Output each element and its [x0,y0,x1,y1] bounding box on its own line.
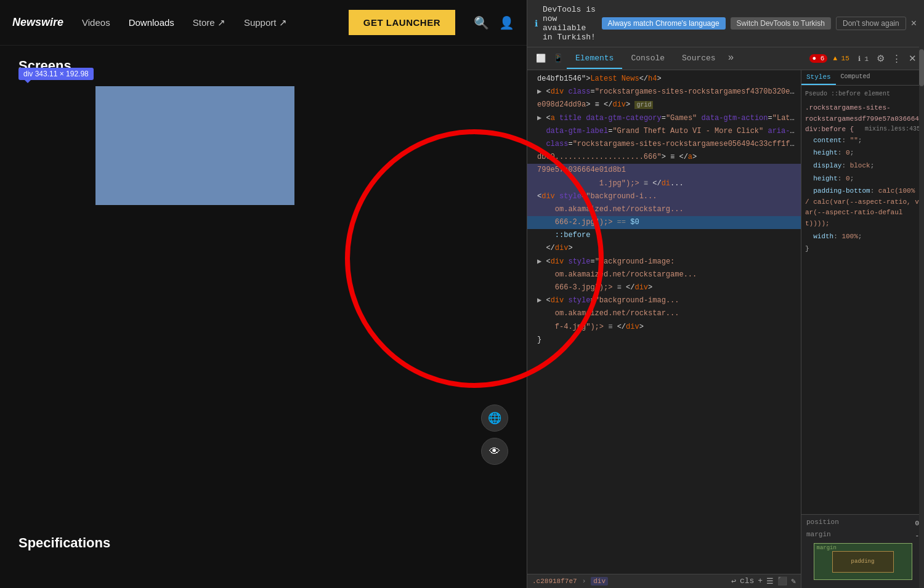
div-size-tooltip: div 343.11 × 192.98 [18,68,94,80]
code-line-selected: 666-2.jpg");> == $0 [527,216,801,229]
devtools-breadcrumb-bar: .c28918f7e7 › div ↩ cls + ☰ ⬛ ✎ [527,574,801,588]
code-line-highlighted: 1.jpg");> ≡ </di... [527,177,801,190]
nav-icons: 🔍 👤 [474,15,514,30]
styles-tab-bar: Styles Computed [801,70,924,86]
info-icon: ℹ [535,18,538,29]
specifications-section-title: Specifications [18,535,110,551]
devtools-badge-group: ● 6 ▲ 15 ℹ 1 ⚙ ⋮ ✕ [809,50,919,66]
code-line: } [527,334,801,347]
devtools-main-area: de4bfb1546">Latest News</h4> ▶ <div clas… [527,70,924,588]
styles-content: Pseudo ::before element .rockstargames-s… [801,86,924,514]
code-line-highlighted: om.akamaized.net/rockstarg... [527,203,801,216]
nav-link-store[interactable]: Store ↗ [193,17,225,28]
code-line: ▶ <a title data-gtm-category="Games" dat… [527,112,801,125]
code-line: data-gtm-label="Grand Theft Auto VI - Mo… [527,125,801,138]
css-selector: .rockstargames-sites-rockstargamesdf799e… [805,103,920,135]
devtools-settings-icon[interactable]: ⚙ [874,50,887,66]
match-language-button[interactable]: Always match Chrome's language [602,17,726,30]
get-launcher-button[interactable]: GET LAUNCHER [349,10,455,35]
scrollbar-thumb[interactable] [919,70,924,86]
edit-icon[interactable]: ✎ [791,576,796,586]
website-area: Newswire Videos Downloads Store ↗ Suppor… [0,0,527,588]
nav-link-downloads[interactable]: Downloads [129,17,174,28]
elements-panel: de4bfb1546">Latest News</h4> ▶ <div clas… [527,70,801,588]
devtools-close-icon[interactable]: ✕ [906,50,919,66]
position-value: 0 [915,520,919,527]
code-line: </div> [527,242,801,255]
code-line: ▶ <div style="background-imag... [527,294,801,307]
css-rule: width: 100%; [805,232,920,243]
code-line: de4bfb1546">Latest News</h4> [527,73,801,86]
box-model-section: position 0 margin - margin padding [801,514,924,588]
code-line: f-4.jpg");> ≡ </div> [527,321,801,334]
box-model-inner: padding [832,551,894,573]
code-line: 666-3.jpg");> ≡ </div> [527,281,801,294]
code-line: om.akamaized.net/rockstargame... [527,268,801,281]
margin-value: - [915,532,919,539]
margin-label: margin [806,531,831,538]
breadcrumb-item-active[interactable]: div [591,577,608,586]
nav-logo: Newswire [12,16,63,29]
dismiss-notification-button[interactable]: Don't show again [836,17,906,30]
css-rule: display: block; [805,161,920,172]
filter-icon[interactable]: ☰ [766,576,774,586]
code-line-highlighted: 799e57a036664e01d8b1 [527,164,801,177]
floating-buttons: 🌐 👁 [481,405,508,465]
devtools-overflow-icon[interactable]: ⋮ [890,50,904,66]
search-icon[interactable]: 🔍 [474,15,489,30]
pseudo-label: Pseudo ::before element [805,89,920,99]
translate-button[interactable]: 🌐 [481,405,508,432]
tab-elements[interactable]: Elements [567,49,622,69]
warning-badge[interactable]: ▲ 15 [830,54,852,63]
devtools-notification-bar: ℹ DevTools is now available in Turkish! … [527,0,924,47]
elements-code-view[interactable]: de4bfb1546">Latest News</h4> ▶ <div clas… [527,70,801,574]
code-line: om.akamaized.net/rockstar... [527,307,801,320]
notification-text: DevTools is now available in Turkish! [543,5,597,42]
more-options-icon[interactable]: ⬛ [777,576,787,586]
position-label: position [806,518,839,526]
code-line-highlighted: <div style="background-i... [527,190,801,203]
switch-turkish-button[interactable]: Switch DevTools to Turkish [731,17,831,30]
add-style-icon[interactable]: + [758,576,763,586]
code-line: ▶ <div style="background-image: [527,256,801,268]
styles-panel: Styles Computed Pseudo ::before element … [801,70,924,588]
devtools-panel: ℹ DevTools is now available in Turkish! … [527,0,924,588]
code-line: ::before [527,229,801,242]
screenshot-image [95,86,294,205]
css-rule: height: 0; [805,174,920,185]
css-rule: content: ""; [805,135,920,147]
code-line: db60....................666"> ≡ </a> [527,151,801,164]
tab-more[interactable]: » [724,47,738,70]
error-badge[interactable]: ● 6 [809,54,828,63]
css-rule: height: 0; [805,148,920,159]
page-content: Screens div 343.11 × 192.98 [0,46,527,220]
hover-state-icon[interactable]: ↩ [731,576,736,586]
tab-styles[interactable]: Styles [801,70,836,85]
css-rule: padding-bottom: calc(100% / calc(var(--a… [805,186,920,229]
accessibility-button[interactable]: 👁 [481,438,508,465]
bottom-bar-icons: ↩ cls + ☰ ⬛ ✎ [731,576,796,586]
nav-bar: Newswire Videos Downloads Store ↗ Suppor… [0,0,527,46]
tab-computed[interactable]: Computed [836,70,875,85]
code-line: e098d24dd9a> ≡ </div> grid [527,99,801,111]
code-line: ▶ <div class="rockstargames-sites-rockst… [527,86,801,99]
nav-link-videos[interactable]: Videos [82,17,110,28]
nav-link-support[interactable]: Support ↗ [244,17,287,28]
breadcrumb-item[interactable]: .c28918f7e7 [532,578,577,585]
user-icon[interactable]: 👤 [499,15,514,30]
tab-sources[interactable]: Sources [673,49,724,69]
tab-console[interactable]: Console [622,49,673,69]
close-notification-button[interactable]: × [911,18,917,29]
info-badge[interactable]: ℹ 1 [855,54,872,63]
scrollbar[interactable] [919,70,924,588]
screenshot-container: div 343.11 × 192.98 [18,86,294,205]
box-model-diagram: margin padding [814,543,912,580]
code-line: class="rockstargames-sites-rockstargames… [527,138,801,151]
devtools-tab-bar: ⬜ 📱 Elements Console Sources » ● 6 ▲ 15 … [527,47,924,70]
inspect-element-icon[interactable]: ⬜ [532,49,549,68]
css-close-brace: } [805,244,920,255]
cls-icon[interactable]: cls [740,576,754,586]
device-toolbar-icon[interactable]: 📱 [549,49,567,68]
